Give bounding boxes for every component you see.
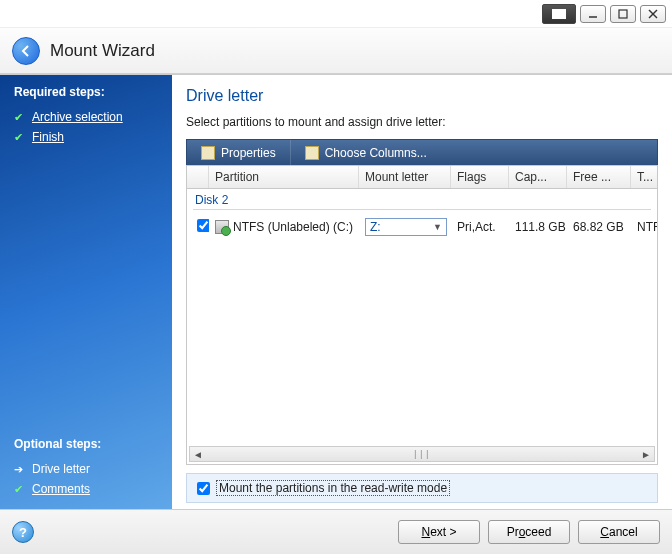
check-icon: ✔	[14, 111, 26, 124]
scroll-left-button[interactable]: ◄	[190, 447, 206, 461]
table-row[interactable]: NTFS (Unlabeled) (C:) Z: ▼ Pri,Act. 111.…	[187, 214, 657, 240]
table-toolbar: Properties Choose Columns...	[186, 139, 658, 165]
properties-button[interactable]: Properties	[187, 140, 290, 165]
col-partition[interactable]: Partition	[209, 166, 359, 188]
scroll-right-button[interactable]: ►	[638, 447, 654, 461]
row-partition: NTFS (Unlabeled) (C:)	[233, 220, 353, 234]
row-checkbox[interactable]	[197, 219, 209, 232]
header: Mount Wizard	[0, 28, 672, 74]
minimize-button[interactable]	[580, 5, 606, 23]
arrow-icon: ➔	[14, 463, 26, 476]
maximize-button[interactable]	[610, 5, 636, 23]
main-panel: Drive letter Select partitions to mount …	[172, 75, 672, 509]
optional-steps-title: Optional steps:	[14, 437, 158, 451]
chevron-down-icon: ▼	[433, 222, 442, 232]
main-instruction: Select partitions to mount and assign dr…	[186, 115, 658, 129]
check-icon: ✔	[14, 131, 26, 144]
partition-table: Disk 2 NTFS (Unlabeled) (C:) Z: ▼ Pri,	[186, 189, 658, 465]
required-steps-title: Required steps:	[14, 85, 158, 99]
col-checkbox[interactable]	[187, 166, 209, 188]
step-archive-selection[interactable]: ✔ Archive selection	[14, 107, 158, 127]
cancel-button[interactable]: Cancel	[578, 520, 660, 544]
col-mount[interactable]: Mount letter	[359, 166, 451, 188]
window-badge	[542, 4, 576, 24]
properties-icon	[201, 146, 215, 160]
col-flags[interactable]: Flags	[451, 166, 509, 188]
footer: ? Next > Proceed Cancel	[0, 510, 672, 554]
next-button[interactable]: Next >	[398, 520, 480, 544]
columns-icon	[305, 146, 319, 160]
disk-group-label: Disk 2	[187, 189, 657, 209]
choose-columns-button[interactable]: Choose Columns...	[290, 140, 441, 165]
check-icon: ✔	[14, 483, 26, 496]
main-heading: Drive letter	[186, 87, 658, 105]
readwrite-label: Mount the partitions in the read-write m…	[216, 480, 450, 496]
readwrite-option[interactable]: Mount the partitions in the read-write m…	[186, 473, 658, 503]
col-capacity[interactable]: Cap...	[509, 166, 567, 188]
mount-letter-select[interactable]: Z: ▼	[365, 218, 447, 236]
volume-icon	[215, 220, 229, 234]
horizontal-scrollbar[interactable]: ◄ ∣∣∣ ►	[189, 446, 655, 462]
step-finish[interactable]: ✔ Finish	[14, 127, 158, 147]
step-drive-letter[interactable]: ➔ Drive letter	[14, 459, 158, 479]
column-headers: Partition Mount letter Flags Cap... Free…	[186, 165, 658, 189]
sidebar: Required steps: ✔ Archive selection ✔ Fi…	[0, 75, 172, 509]
svg-rect-1	[619, 10, 627, 18]
proceed-button[interactable]: Proceed	[488, 520, 570, 544]
back-button[interactable]	[12, 37, 40, 65]
help-button[interactable]: ?	[12, 521, 34, 543]
titlebar	[0, 0, 672, 28]
readwrite-checkbox[interactable]	[197, 482, 210, 495]
step-comments[interactable]: ✔ Comments	[14, 479, 158, 499]
close-button[interactable]	[640, 5, 666, 23]
col-free[interactable]: Free ...	[567, 166, 631, 188]
row-free: 68.82 GB	[567, 218, 631, 236]
row-capacity: 111.8 GB	[509, 218, 567, 236]
page-title: Mount Wizard	[50, 41, 155, 61]
row-type: NTFS	[631, 218, 657, 236]
row-flags: Pri,Act.	[451, 218, 509, 236]
col-type[interactable]: T...	[631, 166, 657, 188]
